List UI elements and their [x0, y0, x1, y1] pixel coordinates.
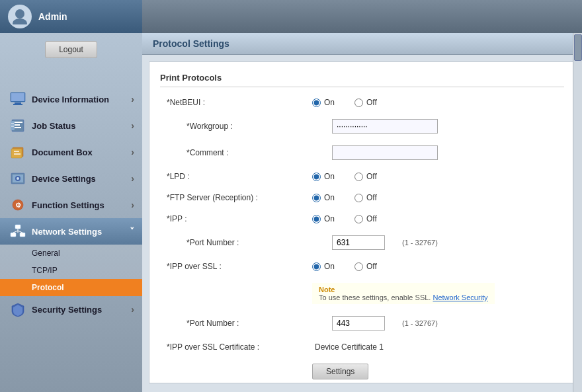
ipp-ssl-controls: On Off — [312, 262, 377, 271]
logout-button[interactable]: Logout — [45, 41, 97, 58]
netbeui-on[interactable]: On — [312, 98, 335, 107]
comment-row: *Comment : — [160, 143, 564, 163]
job-icon — [8, 118, 28, 134]
section-title: Protocol Settings — [142, 33, 582, 55]
netbeui-controls: On Off — [312, 98, 377, 107]
svg-rect-3 — [11, 93, 24, 101]
sidebar-item-label-job-status: Job Status — [32, 121, 75, 131]
lpd-on[interactable]: On — [312, 172, 335, 181]
netbeui-off-radio[interactable] — [354, 98, 363, 107]
sidebar-item-document-box[interactable]: Document Box › — [0, 139, 142, 165]
sidebar-item-label-function-settings: Function Settings — [32, 200, 104, 210]
sidebar: Admin Logout Device Information › — [0, 0, 142, 392]
chevron-right-icon: › — [131, 120, 134, 131]
ftp-on-label: On — [324, 193, 335, 202]
svg-rect-4 — [15, 102, 21, 104]
content-area: Protocol Settings Print Protocols *NetBE… — [142, 33, 582, 392]
ssl-port-row: *Port Number : (1 - 32767) — [160, 313, 564, 333]
sidebar-item-device-information[interactable]: Device Information › — [0, 86, 142, 112]
svg-point-20 — [17, 177, 19, 180]
chevron-right-icon: › — [131, 200, 134, 210]
subnav-tcp-ip[interactable]: TCP/IP — [0, 262, 142, 279]
sidebar-item-label-security-settings: Security Settings — [32, 305, 102, 315]
on-label: On — [324, 98, 335, 107]
ssl-cert-value: Device Certificate 1 — [315, 342, 384, 352]
workgroup-input[interactable] — [332, 119, 438, 134]
svg-line-28 — [18, 231, 22, 233]
scrollbar-thumb[interactable] — [574, 34, 582, 61]
ftp-controls: On Off — [312, 193, 377, 202]
ipp-port-row: *Port Number : (1 - 32767) — [160, 233, 564, 253]
sidebar-item-security-settings[interactable]: Security Settings › — [0, 296, 142, 323]
ipp-port-input[interactable] — [332, 235, 385, 250]
ssl-port-input[interactable] — [332, 316, 385, 331]
workgroup-label: *Workgroup : — [180, 122, 332, 131]
ftp-off-label: Off — [366, 193, 377, 202]
sidebar-item-network-settings[interactable]: Network Settings ˅ — [0, 218, 142, 245]
ipp-ssl-off-radio[interactable] — [354, 262, 363, 271]
netbeui-on-radio[interactable] — [312, 98, 321, 107]
top-bar — [142, 0, 582, 33]
network-settings-subnav: General TCP/IP Protocol — [0, 245, 142, 296]
chevron-down-icon: ˅ — [130, 226, 134, 237]
ipp-ssl-label: *IPP over SSL : — [160, 262, 312, 271]
main-content: Protocol Settings Print Protocols *NetBE… — [142, 0, 582, 392]
off-label: Off — [366, 98, 377, 107]
ipp-ssl-on-radio[interactable] — [312, 262, 321, 271]
ftp-on[interactable]: On — [312, 193, 335, 202]
settings-icon — [8, 171, 28, 186]
ipp-row: *IPP : On Off — [160, 212, 564, 226]
scrollbar[interactable] — [573, 33, 582, 392]
ipp-port-label: *Port Number : — [180, 238, 332, 247]
sidebar-item-label-network-settings: Network Settings — [32, 227, 102, 237]
ssl-port-controls: (1 - 32767) — [332, 316, 438, 331]
chevron-right-icon: › — [131, 94, 134, 104]
ipp-on-radio[interactable] — [312, 215, 321, 223]
sidebar-item-function-settings[interactable]: ⚙ Function Settings › — [0, 192, 142, 218]
sidebar-item-device-settings[interactable]: Device Settings › — [0, 165, 142, 192]
ipp-ssl-off[interactable]: Off — [354, 262, 377, 271]
ftp-row: *FTP Server (Reception) : On Off — [160, 190, 564, 205]
svg-rect-16 — [14, 153, 21, 155]
ipp-port-controls: (1 - 32767) — [332, 235, 438, 250]
subnav-protocol[interactable]: Protocol — [0, 279, 142, 296]
ftp-off[interactable]: Off — [354, 193, 377, 202]
ftp-on-radio[interactable] — [312, 194, 321, 202]
sidebar-item-job-status[interactable]: Job Status › — [0, 112, 142, 139]
sidebar-item-label-device-settings: Device Settings — [32, 174, 96, 184]
ipp-label: *IPP : — [160, 214, 312, 223]
svg-rect-5 — [13, 104, 22, 105]
ipp-ssl-row: *IPP over SSL : On Off — [160, 259, 564, 274]
lpd-on-radio[interactable] — [312, 173, 321, 181]
chevron-right-icon: › — [131, 173, 134, 184]
netbeui-label: *NetBEUI : — [160, 98, 312, 107]
document-icon — [8, 144, 28, 160]
ipp-off[interactable]: Off — [354, 214, 377, 223]
sidebar-header: Admin — [0, 0, 142, 33]
ssl-cert-row: *IPP over SSL Certificate : Device Certi… — [160, 340, 564, 354]
sidebar-item-label-device-information: Device Information — [32, 95, 109, 104]
ipp-ssl-on[interactable]: On — [312, 262, 335, 271]
ssl-port-label: *Port Number : — [180, 319, 332, 328]
lpd-off-radio[interactable] — [354, 173, 363, 181]
comment-input[interactable] — [332, 145, 438, 160]
ipp-on[interactable]: On — [312, 214, 335, 223]
avatar — [8, 5, 32, 28]
settings-button[interactable]: Settings — [312, 364, 368, 379]
lpd-off[interactable]: Off — [354, 172, 377, 181]
svg-rect-7 — [13, 122, 22, 123]
ipp-off-radio[interactable] — [354, 215, 363, 223]
workgroup-row: *Workgroup : — [160, 116, 564, 136]
network-icon — [8, 223, 28, 239]
svg-rect-15 — [14, 151, 19, 152]
lpd-on-label: On — [324, 172, 335, 181]
lpd-controls: On Off — [312, 172, 377, 181]
subnav-general-label: General — [32, 249, 60, 258]
logout-area: Logout — [0, 33, 142, 66]
ftp-off-radio[interactable] — [354, 194, 363, 202]
admin-name: Admin — [38, 11, 67, 22]
subnav-general[interactable]: General — [0, 245, 142, 262]
netbeui-off[interactable]: Off — [354, 98, 377, 107]
lpd-label: *LPD : — [160, 172, 312, 181]
network-security-link[interactable]: Network Security — [433, 294, 487, 301]
